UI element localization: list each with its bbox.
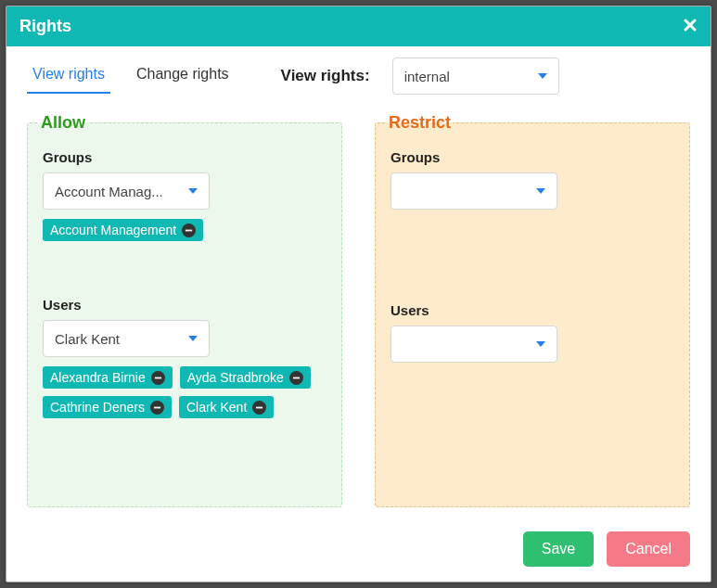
restrict-groups-select[interactable]	[391, 173, 557, 210]
tab-change-rights[interactable]: Change rights	[131, 58, 235, 94]
remove-icon[interactable]	[182, 224, 196, 237]
remove-icon[interactable]	[252, 401, 266, 415]
allow-groups-value: Account Manag...	[55, 184, 163, 199]
tab-view-rights[interactable]: View rights	[27, 58, 110, 94]
view-rights-select[interactable]: internal	[392, 58, 559, 95]
view-rights-label: View rights:	[281, 67, 370, 85]
topbar: View rights Change rights View rights: i…	[27, 58, 690, 95]
remove-icon[interactable]	[289, 371, 303, 385]
allow-user-tag: Alexandra Birnie	[43, 366, 173, 389]
allow-user-tag: Clark Kent	[179, 396, 274, 418]
allow-users-label: Users	[43, 297, 326, 313]
columns: Allow Groups Account Manag... Account Ma…	[27, 113, 690, 507]
restrict-users-select[interactable]	[391, 326, 557, 363]
rights-dialog: Rights View rights Change rights View ri…	[6, 6, 711, 582]
allow-group-tag: Account Management	[43, 219, 203, 241]
allow-legend: Allow	[39, 113, 87, 133]
dialog-title: Rights	[19, 17, 683, 36]
tabs: View rights Change rights	[27, 58, 235, 94]
allow-user-tag: Ayda Stradbroke	[180, 366, 311, 389]
tag-label: Alexandra Birnie	[50, 370, 146, 385]
allow-user-tag: Cathrine Deners	[43, 396, 172, 418]
dialog-body: View rights Change rights View rights: i…	[6, 46, 711, 517]
allow-user-tags: Alexandra Birnie Ayda Stradbroke Cathrin…	[43, 366, 326, 418]
restrict-users-label: Users	[391, 302, 674, 318]
titlebar: Rights	[6, 6, 711, 46]
chevron-down-icon	[188, 188, 198, 194]
restrict-users-block: Users	[391, 302, 674, 363]
footer: Save Cancel	[6, 517, 711, 582]
remove-icon[interactable]	[151, 371, 165, 385]
tag-label: Ayda Stradbroke	[187, 370, 284, 385]
restrict-groups-label: Groups	[391, 149, 674, 165]
restrict-panel: Restrict Groups Users	[375, 113, 690, 507]
tag-label: Cathrine Deners	[50, 400, 145, 415]
allow-groups-select[interactable]: Account Manag...	[43, 173, 210, 210]
allow-groups-label: Groups	[43, 149, 326, 165]
tag-label: Clark Kent	[186, 400, 247, 415]
save-button[interactable]: Save	[523, 531, 594, 567]
chevron-down-icon	[536, 341, 545, 347]
allow-users-select[interactable]: Clark Kent	[43, 320, 210, 357]
view-rights-value: internal	[404, 69, 450, 84]
allow-panel: Allow Groups Account Manag... Account Ma…	[27, 113, 342, 507]
allow-group-tags: Account Management	[43, 219, 326, 241]
chevron-down-icon	[536, 188, 545, 194]
chevron-down-icon	[188, 336, 198, 341]
close-icon[interactable]	[683, 16, 698, 37]
allow-users-block: Users Clark Kent Alexandra Birnie Ayda S…	[43, 297, 326, 418]
remove-icon[interactable]	[150, 401, 164, 415]
cancel-button[interactable]: Cancel	[607, 531, 690, 567]
allow-users-value: Clark Kent	[55, 331, 120, 347]
chevron-down-icon	[538, 73, 547, 79]
tag-label: Account Management	[50, 223, 176, 237]
restrict-legend: Restrict	[387, 113, 453, 133]
